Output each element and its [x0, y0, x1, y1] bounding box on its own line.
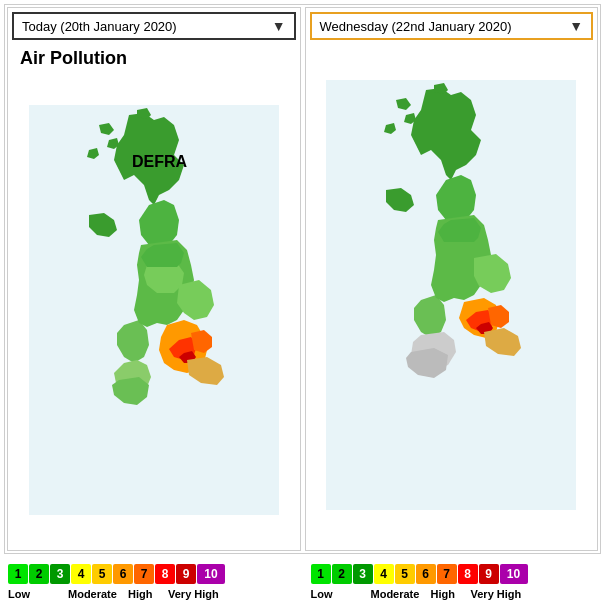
legend-right-numbers: 1 2 3 4 5 6 7 8 9 10 [311, 564, 598, 584]
legend-label-veryhigh-right: Very High [471, 588, 527, 600]
legend-cell-2: 2 [29, 564, 49, 584]
legend-cell-r7: 7 [437, 564, 457, 584]
main-container: Today (20th January 2020) ▼ Air Pollutio… [0, 0, 605, 604]
legend-label-moderate-left: Moderate [68, 588, 128, 600]
legend-cell-r6: 6 [416, 564, 436, 584]
legend-right: 1 2 3 4 5 6 7 8 9 10 Low Moderate High V… [311, 564, 598, 600]
legend-cell-4: 4 [71, 564, 91, 584]
today-dropdown-arrow: ▼ [272, 18, 286, 34]
legend-cell-8: 8 [155, 564, 175, 584]
today-map-title: Air Pollution [12, 44, 296, 73]
legend-left: 1 2 3 4 5 6 7 8 9 10 Low Moderate High V… [8, 564, 295, 600]
legend-label-veryhigh-left: Very High [168, 588, 224, 600]
legend-label-low-left: Low [8, 588, 68, 600]
legend-left-numbers: 1 2 3 4 5 6 7 8 9 10 [8, 564, 295, 584]
legend-left-labels: Low Moderate High Very High [8, 588, 295, 600]
maps-row: Today (20th January 2020) ▼ Air Pollutio… [4, 4, 601, 554]
today-dropdown[interactable]: Today (20th January 2020) ▼ [12, 12, 296, 40]
legend-cell-r5: 5 [395, 564, 415, 584]
wednesday-dropdown-label: Wednesday (22nd January 2020) [320, 19, 570, 34]
legend-cell-r9: 9 [479, 564, 499, 584]
legend-cell-r1: 1 [311, 564, 331, 584]
legend-right-labels: Low Moderate High Very High [311, 588, 598, 600]
legend-cell-1: 1 [8, 564, 28, 584]
defra-label: DEFRA [132, 153, 187, 171]
today-map-container: DEFRA [12, 73, 296, 546]
today-dropdown-label: Today (20th January 2020) [22, 19, 272, 34]
wednesday-map-svg [326, 80, 576, 510]
legend-cell-r2: 2 [332, 564, 352, 584]
legend-cell-5: 5 [92, 564, 112, 584]
legend-cell-r10: 10 [500, 564, 528, 584]
legend-cell-9: 9 [176, 564, 196, 584]
legend-cell-6: 6 [113, 564, 133, 584]
map-panel-today: Today (20th January 2020) ▼ Air Pollutio… [7, 7, 301, 551]
legend-label-high-left: High [128, 588, 168, 600]
legend-cell-r8: 8 [458, 564, 478, 584]
legend-label-moderate-right: Moderate [371, 588, 431, 600]
legend-cell-7: 7 [134, 564, 154, 584]
legend-cell-10: 10 [197, 564, 225, 584]
legend-cell-r4: 4 [374, 564, 394, 584]
map-panel-wednesday: Wednesday (22nd January 2020) ▼ [305, 7, 599, 551]
wednesday-dropdown[interactable]: Wednesday (22nd January 2020) ▼ [310, 12, 594, 40]
legend-label-high-right: High [431, 588, 471, 600]
legend-section: 1 2 3 4 5 6 7 8 9 10 Low Moderate High V… [0, 558, 605, 604]
legend-label-low-right: Low [311, 588, 371, 600]
wednesday-dropdown-arrow: ▼ [569, 18, 583, 34]
legend-cell-r3: 3 [353, 564, 373, 584]
legend-cell-3: 3 [50, 564, 70, 584]
wednesday-map-container [310, 44, 594, 546]
